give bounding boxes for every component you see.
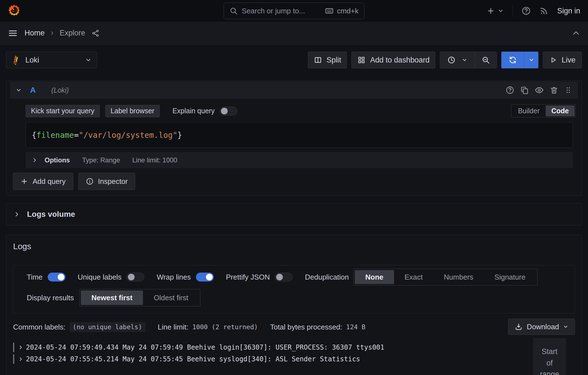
unique-labels-toggle-label: Unique labels [78,273,122,282]
split-icon [314,56,322,64]
top-navigation-bar: Search or jump to... cmd+k Sign in [0,0,588,22]
keyboard-icon [325,6,334,15]
inspector-button[interactable]: Inspector [78,173,135,190]
display-results-group: Newest first Oldest first [79,289,200,306]
label-browser-button[interactable]: Label browser [105,105,160,117]
datasource-name: Loki [25,56,39,64]
deduplication-group: None Exact Numbers Signature [353,269,538,285]
unique-labels-toggle[interactable] [127,273,144,282]
dedup-exact-option[interactable]: Exact [394,270,433,284]
logs-panel: Logs Time Unique labels Wrap lines Prett… [6,235,582,375]
sign-in-button[interactable]: Sign in [557,7,580,15]
time-toggle[interactable] [48,273,65,282]
query-editor-panel: A (Loki) Kick start your query Label bro… [6,81,582,196]
run-query-button[interactable] [501,52,524,68]
logs-volume-section[interactable]: Logs volume [6,203,582,225]
query-options-row[interactable]: Options Type: Range Line limit: 1000 [26,152,573,168]
builder-mode-option[interactable]: Builder [512,105,546,116]
expand-log-icon[interactable] [18,357,23,362]
dedup-numbers-option[interactable]: Numbers [433,270,484,284]
explain-query-toggle[interactable] [220,107,237,116]
logs-volume-chevron-icon[interactable] [14,211,20,217]
search-input[interactable]: Search or jump to... cmd+k [224,3,365,19]
chevron-down-icon [462,57,467,63]
remove-query-icon[interactable] [550,86,558,95]
drag-handle-icon[interactable] [564,86,572,94]
apps-icon [357,56,366,64]
total-bytes-label: Total bytes processed: [270,323,342,331]
query-ref-id: A [30,86,36,95]
download-button[interactable]: Download [508,319,575,335]
line-limit-value: 1000 (2 returned) [192,323,258,331]
explain-query-label: Explain query [172,107,215,115]
expand-log-icon[interactable] [18,345,23,350]
time-picker-button[interactable] [440,52,475,68]
deduplication-label: Deduplication [305,273,349,282]
collapse-query-icon[interactable] [16,87,22,93]
kick-start-query-button[interactable]: Kick start your query [26,105,100,117]
search-placeholder: Search or jump to... [242,7,305,15]
logs-controls: Time Unique labels Wrap lines Prettify J… [13,265,575,313]
prettify-json-toggle[interactable] [275,273,293,282]
query-row-header[interactable]: A (Loki) [10,81,578,99]
log-line: 2024-05-24 07:59:49.434 May 24 07:59:49 … [26,343,384,351]
options-type: Type: Range [82,156,120,164]
total-bytes-value: 124 B [346,323,365,331]
wrap-lines-toggle-label: Wrap lines [157,273,191,282]
share-shortened-link-button[interactable] [91,29,100,37]
chevron-down-icon [529,57,534,63]
log-rows: 2024-05-24 07:59:49.434 May 24 07:59:49 … [13,342,575,365]
options-chevron-icon [32,157,37,163]
query-code-editor[interactable]: {filename="/var/log/system.log"} [26,122,573,148]
clock-icon [447,56,456,64]
breadcrumb-separator-icon [50,31,55,36]
chevron-down-icon [85,57,92,63]
disable-query-icon[interactable] [534,85,544,95]
help-button[interactable] [521,6,531,16]
zoom-out-icon [482,56,490,64]
logs-volume-title: Logs volume [27,210,75,219]
wrap-lines-toggle[interactable] [196,273,214,282]
log-line: 2024-05-24 07:55:45.214 May 24 07:55:45 … [26,355,360,363]
breadcrumb-home[interactable]: Home [25,29,45,37]
query-datasource-hint: (Loki) [51,86,69,94]
run-query-interval-button[interactable] [524,52,538,68]
search-shortcut: cmd+k [325,6,358,15]
new-menu-button[interactable] [487,7,504,15]
dedup-signature-option[interactable]: Signature [484,270,536,284]
split-button[interactable]: Split [308,52,347,68]
oldest-first-option[interactable]: Oldest first [143,290,199,305]
breadcrumb-bar: Home Explore [0,22,588,45]
duplicate-query-icon[interactable] [520,86,529,95]
refresh-icon [509,56,517,64]
grafana-logo[interactable] [8,4,21,18]
datasource-picker[interactable]: Loki [6,52,97,68]
menu-toggle-button[interactable] [8,28,18,38]
time-range-controls [440,52,497,68]
chevron-down-icon [563,324,568,330]
explore-toolbar: Loki Split Add to dashboard [6,52,582,68]
live-button[interactable]: Live [543,52,582,68]
log-row[interactable]: 2024-05-24 07:59:49.434 May 24 07:59:49 … [13,342,575,353]
query-help-icon[interactable] [506,86,514,95]
plus-icon [20,177,28,185]
news-button[interactable] [540,6,548,15]
add-to-dashboard-button[interactable]: Add to dashboard [351,52,435,68]
log-level-indicator [13,354,14,364]
logs-title: Logs [13,235,575,251]
newest-first-option[interactable]: Newest first [81,290,143,305]
editor-mode-toggle: Builder Code [511,104,576,117]
common-labels-value: (no unique labels) [69,322,145,332]
time-toggle-label: Time [27,273,43,282]
options-line-limit: Line limit: 1000 [132,156,177,164]
collapse-controls-button[interactable] [572,29,580,37]
dedup-none-option[interactable]: None [355,270,394,284]
log-row[interactable]: 2024-05-24 07:55:45.214 May 24 07:55:45 … [13,353,575,365]
code-mode-option[interactable]: Code [546,105,575,116]
add-query-button[interactable]: Add query [13,173,73,190]
loki-logo [11,55,21,65]
zoom-out-time-button[interactable] [475,52,497,68]
common-labels-label: Common labels: [13,323,65,331]
play-icon [549,56,557,64]
start-of-range-button[interactable]: Start of range [533,338,566,375]
